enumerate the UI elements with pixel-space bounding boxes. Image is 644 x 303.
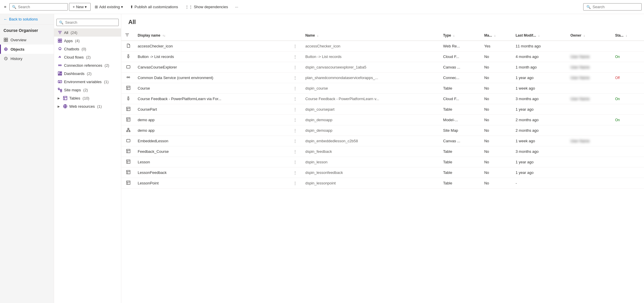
chatbots-label: Chatbots — [64, 47, 79, 51]
panel-search-input[interactable] — [65, 20, 116, 25]
filter-apps[interactable]: Apps (4) — [54, 37, 121, 45]
table-row[interactable]: Course ⋮ dspin_course Table No 1 week ag… — [121, 83, 644, 94]
svg-rect-14 — [60, 73, 62, 74]
content-title: All — [128, 19, 637, 25]
row-status: Off — [612, 73, 644, 83]
col-type-header[interactable]: Type ↓ — [440, 30, 481, 41]
col-status-header[interactable]: Sta... ↓ — [612, 30, 644, 41]
sort-status-icon[interactable]: ↓ — [626, 34, 627, 37]
row-menu-button[interactable]: ⋮ — [289, 104, 302, 115]
back-to-solutions-link[interactable]: ← Back to solutions — [0, 14, 54, 25]
row-menu-button[interactable]: ⋮ — [289, 115, 302, 125]
filter-dashboards[interactable]: Dashboards (2) — [54, 69, 121, 78]
row-menu-button[interactable]: ⋮ — [289, 52, 302, 62]
row-display-name[interactable]: demo app — [134, 125, 289, 136]
row-menu-button[interactable]: ⋮ — [289, 178, 302, 189]
row-display-name[interactable]: Feedback_Course — [134, 146, 289, 157]
table-row[interactable]: accessChecker_icon ⋮ accessChecker_icon … — [121, 41, 644, 52]
row-display-name[interactable]: demo app — [134, 115, 289, 125]
svg-rect-37 — [127, 149, 130, 153]
row-name: Course Feedback - PowerPlatformLearn v..… — [302, 94, 439, 104]
row-menu-button[interactable]: ⋮ — [289, 125, 302, 136]
row-managed: No — [481, 94, 512, 104]
row-display-name[interactable]: CoursePart — [134, 104, 289, 115]
row-last-modified: 1 month ago — [512, 62, 567, 73]
add-existing-button[interactable]: ⊞ Add existing ▾ — [92, 3, 126, 11]
table-row[interactable]: CoursePart ⋮ dspin_coursepart Table No 1… — [121, 104, 644, 115]
table-row[interactable]: CanvasCourseExplorer ⋮ dspin_canvascours… — [121, 62, 644, 73]
sort-name-icon[interactable]: ↓ — [317, 34, 318, 37]
table-row[interactable]: demo app ⋮ dspin_demoapp Site Map No 2 m… — [121, 125, 644, 136]
row-type-icon — [121, 104, 134, 115]
table-row[interactable]: LessonPoint ⋮ dspin_lessonpoint Table No… — [121, 178, 644, 189]
row-menu-button[interactable]: ⋮ — [289, 83, 302, 94]
col-managed-header[interactable]: Ma... ↓ — [481, 30, 512, 41]
publish-button[interactable]: ⬆ Publish all customizations — [127, 3, 181, 11]
row-menu-button[interactable]: ⋮ — [289, 146, 302, 157]
sort-owner-icon[interactable]: ↓ — [583, 34, 585, 37]
row-menu-button[interactable]: ⋮ — [289, 167, 302, 178]
table-row[interactable]: EmbeddedLesson ⋮ dspin_embeddedlesson_c2… — [121, 136, 644, 146]
row-display-name[interactable]: Common Data Service (current environment… — [134, 73, 289, 83]
filter-connection-refs[interactable]: Connection references (2) — [54, 61, 121, 69]
sidebar-item-objects[interactable]: Objects — [0, 44, 54, 54]
filter-tables[interactable]: ▶ Tables (10) — [54, 94, 121, 102]
row-menu-button[interactable]: ⋮ — [289, 136, 302, 146]
row-status: On — [612, 94, 644, 104]
top-search-box[interactable]: 🔍 — [9, 3, 68, 11]
filter-site-maps[interactable]: Site maps (2) — [54, 86, 121, 94]
row-menu-button[interactable]: ⋮ — [289, 41, 302, 52]
web-resources-label: Web resources — [69, 104, 95, 109]
row-display-name[interactable]: Lesson — [134, 157, 289, 167]
row-display-name[interactable]: Course — [134, 83, 289, 94]
row-type: Model-... — [440, 115, 481, 125]
row-managed: No — [481, 146, 512, 157]
row-display-name[interactable]: accessChecker_icon — [134, 41, 289, 52]
filter-chatbots[interactable]: Chatbots (0) — [54, 45, 121, 53]
filter-all[interactable]: All (24) — [54, 28, 121, 37]
table-row[interactable]: Feedback_Course ⋮ dspin_feedback Table N… — [121, 146, 644, 157]
col-display-name-header[interactable]: Display name ↑↓ — [134, 30, 289, 41]
sort-type-icon[interactable]: ↓ — [453, 34, 455, 37]
col-last-modified-header[interactable]: Last Modif... ↓ — [512, 30, 567, 41]
more-icon: ··· — [235, 5, 238, 9]
table-row[interactable]: Button -> List records ⋮ Button -> List … — [121, 52, 644, 62]
table-row[interactable]: Course Feedback - PowerPlatformLearn via… — [121, 94, 644, 104]
row-display-name[interactable]: CanvasCourseExplorer — [134, 62, 289, 73]
row-menu-button[interactable]: ⋮ — [289, 62, 302, 73]
row-display-name[interactable]: LessonFeedback — [134, 167, 289, 178]
row-menu-button[interactable]: ⋮ — [289, 94, 302, 104]
sidebar-item-history[interactable]: History — [0, 54, 54, 63]
panel-search[interactable]: 🔍 — [56, 19, 119, 26]
right-search-input[interactable] — [593, 5, 633, 9]
sort-last-modified-icon[interactable]: ↓ — [538, 34, 540, 37]
right-search-box[interactable]: 🔍 — [583, 3, 642, 11]
filter-env-vars[interactable]: Environment variables (1) — [54, 78, 121, 86]
col-name-header[interactable]: Name ↓ — [302, 30, 439, 41]
svg-rect-36 — [127, 139, 130, 142]
hamburger-button[interactable]: ≡ — [2, 3, 8, 11]
table-row[interactable]: Common Data Service (current environment… — [121, 73, 644, 83]
filter-web-resources[interactable]: ▶ Web resources (1) — [54, 102, 121, 110]
row-menu-button[interactable]: ⋮ — [289, 157, 302, 167]
table-row[interactable]: Lesson ⋮ dspin_lesson Table No 1 year ag… — [121, 157, 644, 167]
row-display-name[interactable]: LessonPoint — [134, 178, 289, 189]
new-button[interactable]: + New ▾ — [69, 3, 91, 11]
table-row[interactable]: demo app ⋮ dspin_demoapp Model-... No 2 … — [121, 115, 644, 125]
more-actions-button[interactable]: ··· — [232, 3, 241, 11]
row-status — [612, 62, 644, 73]
sort-display-name-icon[interactable]: ↑↓ — [163, 34, 165, 37]
site-maps-label: Site maps — [64, 88, 81, 92]
col-owner-header[interactable]: Owner ↓ — [567, 30, 612, 41]
row-display-name[interactable]: EmbeddedLesson — [134, 136, 289, 146]
table-row[interactable]: LessonFeedback ⋮ dspin_lessonfeedback Ta… — [121, 167, 644, 178]
sort-managed-icon[interactable]: ↓ — [494, 34, 495, 37]
top-search-input[interactable] — [18, 5, 65, 9]
sidebar-item-overview[interactable]: Overview — [0, 35, 54, 44]
filter-cloud-flows[interactable]: Cloud flows (2) — [54, 53, 121, 61]
row-display-name[interactable]: Course Feedback - PowerPlatformLearn via… — [134, 94, 289, 104]
row-menu-button[interactable]: ⋮ — [289, 73, 302, 83]
show-dependencies-button[interactable]: ⋮⋮ Show dependencies — [182, 3, 231, 11]
row-last-modified: 1 year ago — [512, 104, 567, 115]
row-display-name[interactable]: Button -> List records — [134, 52, 289, 62]
